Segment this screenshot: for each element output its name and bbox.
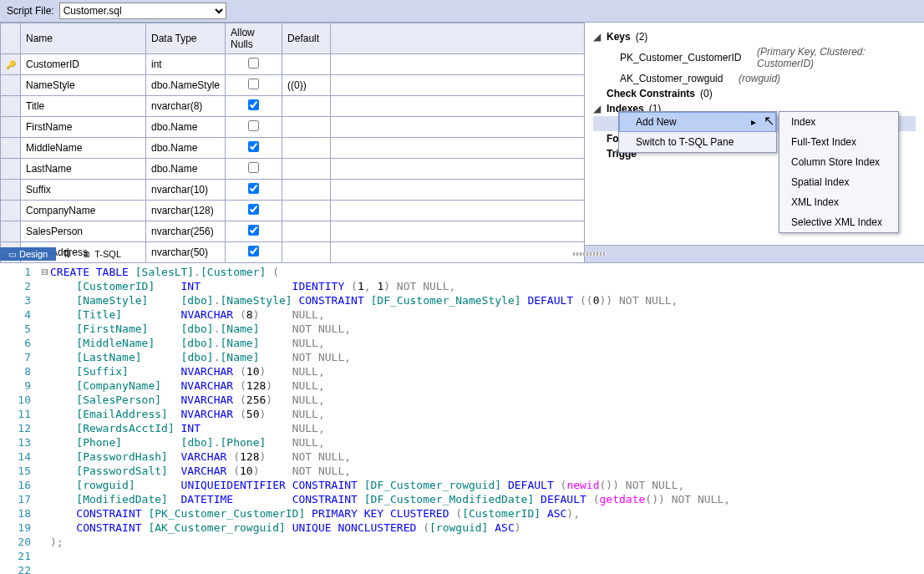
cell-default[interactable] [282, 96, 331, 117]
allow-nulls-checkbox[interactable] [248, 225, 259, 236]
cell-default[interactable] [282, 138, 331, 159]
code-line[interactable]: 21 [0, 549, 924, 563]
table-row[interactable]: SalesPersonnvarchar(256) [1, 221, 585, 242]
cell-name[interactable]: CompanyName [21, 201, 146, 221]
code-line[interactable]: 14 [PasswordHash] VARCHAR (128) NOT NULL… [0, 450, 924, 464]
keys-node[interactable]: ◢ Keys (2) [593, 29, 916, 44]
cell-datatype[interactable]: dbo.NameStyle [146, 75, 226, 96]
menu-switch-tsql[interactable]: Switch to T-SQL Pane [619, 132, 776, 152]
row-header[interactable]: 🔑 [1, 54, 21, 75]
cell-allow-nulls[interactable] [226, 159, 282, 180]
cell-default[interactable]: ((0)) [282, 75, 331, 96]
table-row[interactable]: CompanyNamenvarchar(128) [1, 201, 585, 221]
cell-datatype[interactable]: dbo.Name [146, 138, 226, 159]
table-row[interactable]: Titlenvarchar(8) [1, 96, 585, 117]
expand-icon[interactable]: ◢ [593, 31, 602, 43]
col-datatype[interactable]: Data Type [146, 23, 226, 54]
row-header[interactable] [1, 180, 21, 201]
columns-grid[interactable]: Name Data Type Allow Nulls Default 🔑Cust… [0, 23, 585, 245]
submenu-colstore[interactable]: Column Store Index [779, 152, 898, 172]
cell-datatype[interactable]: nvarchar(8) [146, 96, 226, 117]
row-header[interactable] [1, 159, 21, 180]
cell-extra[interactable] [331, 159, 585, 180]
allow-nulls-checkbox[interactable] [248, 183, 259, 194]
cell-datatype[interactable]: nvarchar(10) [146, 180, 226, 201]
table-row[interactable]: NameStyledbo.NameStyle((0)) [1, 75, 585, 96]
cell-default[interactable] [282, 117, 331, 138]
code-line[interactable]: 3 [NameStyle] [dbo].[NameStyle] CONSTRAI… [0, 293, 924, 307]
cell-default[interactable] [282, 221, 331, 242]
cell-allow-nulls[interactable] [226, 117, 282, 138]
cell-datatype[interactable]: nvarchar(128) [146, 201, 226, 221]
submenu-spatial[interactable]: Spatial Index [779, 172, 898, 192]
script-file-select[interactable]: Customer.sql [59, 3, 226, 19]
submenu-fulltext[interactable]: Full-Text Index [779, 132, 898, 152]
submenu-xml[interactable]: XML Index [779, 192, 898, 212]
table-row[interactable]: LastNamedbo.Name [1, 159, 585, 180]
col-default[interactable]: Default [282, 23, 331, 54]
cell-datatype[interactable]: dbo.Name [146, 159, 226, 180]
cell-extra[interactable] [331, 96, 585, 117]
code-line[interactable]: 10 [SalesPerson] NVARCHAR (256) NULL, [0, 393, 924, 407]
code-line[interactable]: 17 [ModifiedDate] DATETIME CONSTRAINT [D… [0, 492, 924, 506]
cell-extra[interactable] [331, 201, 585, 221]
cell-allow-nulls[interactable] [226, 201, 282, 221]
allow-nulls-checkbox[interactable] [248, 162, 259, 173]
cell-name[interactable]: SalesPerson [21, 221, 146, 242]
row-header[interactable] [1, 117, 21, 138]
cell-allow-nulls[interactable] [226, 138, 282, 159]
code-line[interactable]: 6 [MiddleName] [dbo].[Name] NULL, [0, 336, 924, 350]
code-line[interactable]: 13 [Phone] [dbo].[Phone] NULL, [0, 435, 924, 450]
cell-name[interactable]: FirstName [21, 117, 146, 138]
code-line[interactable]: 22 [0, 563, 924, 574]
index-item[interactable]: IX_C Add New ▸ Switch to T-SQL Pane ↖ In… [593, 116, 916, 131]
code-line[interactable]: 5 [FirstName] [dbo].[Name] NOT NULL, [0, 322, 924, 336]
sql-editor[interactable]: 1⊟CREATE TABLE [SalesLT].[Customer] (2 [… [0, 263, 924, 574]
allow-nulls-checkbox[interactable] [248, 120, 259, 131]
cell-datatype[interactable]: nvarchar(256) [146, 221, 226, 242]
menu-add-new[interactable]: Add New ▸ [619, 112, 776, 132]
cell-name[interactable]: CustomerID [21, 54, 146, 75]
submenu-index[interactable]: Index [779, 112, 898, 132]
code-line[interactable]: 18 CONSTRAINT [PK_Customer_CustomerID] P… [0, 506, 924, 521]
key-item[interactable]: PK_Customer_CustomerID (Primary Key, Clu… [593, 44, 916, 71]
cell-name[interactable]: LastName [21, 159, 146, 180]
cell-default[interactable] [282, 242, 331, 263]
row-header[interactable] [1, 138, 21, 159]
allow-nulls-checkbox[interactable] [248, 141, 259, 152]
tab-design[interactable]: ▭ Design [0, 247, 56, 261]
cell-extra[interactable] [331, 138, 585, 159]
code-line[interactable]: 4 [Title] NVARCHAR (8) NULL, [0, 307, 924, 322]
expand-icon[interactable]: ◢ [593, 103, 602, 114]
table-row[interactable]: Suffixnvarchar(10) [1, 180, 585, 201]
cell-extra[interactable] [331, 54, 585, 75]
cell-default[interactable] [282, 180, 331, 201]
cell-datatype[interactable]: dbo.Name [146, 117, 226, 138]
allow-nulls-checkbox[interactable] [248, 99, 259, 110]
cell-default[interactable] [282, 54, 331, 75]
allow-nulls-checkbox[interactable] [248, 58, 259, 69]
cell-default[interactable] [282, 159, 331, 180]
code-line[interactable]: 9 [CompanyName] NVARCHAR (128) NULL, [0, 378, 924, 393]
code-line[interactable]: 20 ); [0, 535, 924, 549]
submenu-selxml[interactable]: Selective XML Index [779, 212, 898, 232]
cell-name[interactable]: MiddleName [21, 138, 146, 159]
col-nulls[interactable]: Allow Nulls [226, 23, 282, 54]
cell-extra[interactable] [331, 117, 585, 138]
allow-nulls-checkbox[interactable] [248, 79, 259, 89]
cell-extra[interactable] [331, 221, 585, 242]
code-line[interactable]: 16 [rowguid] UNIQUEIDENTIFIER CONSTRAINT… [0, 478, 924, 492]
tab-tsql[interactable]: 🗎 T-SQL [74, 247, 129, 261]
cell-extra[interactable] [331, 242, 585, 263]
code-line[interactable]: 2 [CustomerID] INT IDENTITY (1, 1) NOT N… [0, 279, 924, 293]
cell-default[interactable] [282, 201, 331, 221]
row-header[interactable] [1, 201, 21, 221]
row-header[interactable] [1, 96, 21, 117]
code-line[interactable]: 8 [Suffix] NVARCHAR (10) NULL, [0, 364, 924, 378]
key-item[interactable]: AK_Customer_rowguid (rowguid) [593, 71, 916, 86]
cell-extra[interactable] [331, 75, 585, 96]
cell-allow-nulls[interactable] [226, 54, 282, 75]
cell-allow-nulls[interactable] [226, 180, 282, 201]
cell-name[interactable]: NameStyle [21, 75, 146, 96]
fold-icon[interactable]: ⊟ [40, 265, 50, 279]
